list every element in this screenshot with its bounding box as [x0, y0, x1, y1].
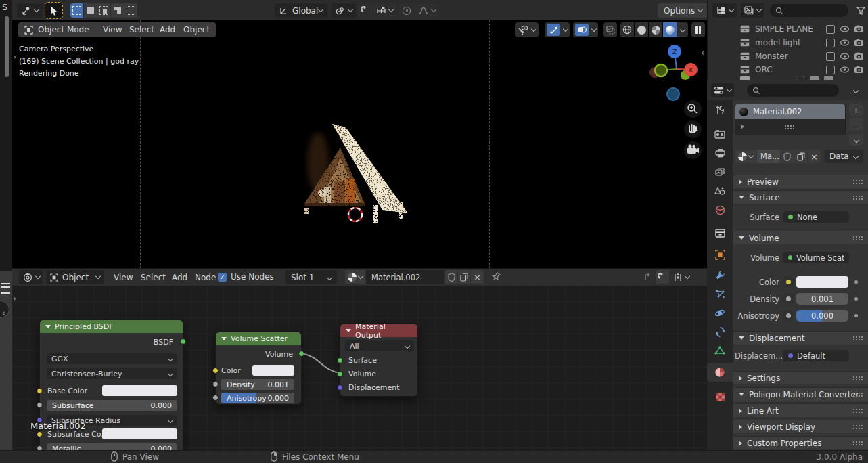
pin-button[interactable]: [491, 271, 501, 282]
pause-render-button[interactable]: [691, 22, 705, 37]
tab-view-layer[interactable]: [707, 162, 733, 181]
select-mode-intersect-button[interactable]: [124, 3, 137, 18]
panel-drag-grip[interactable]: [852, 336, 863, 340]
socket-input-density[interactable]: [212, 381, 219, 387]
panel-drag-grip[interactable]: [852, 195, 863, 200]
volume-value-dropdown[interactable]: Volume Scatte: [783, 252, 849, 263]
snap-toggle-button[interactable]: [358, 3, 373, 18]
outliner-row-monster[interactable]: Monster: [707, 49, 868, 63]
background-scrollbar[interactable]: [5, 16, 9, 77]
output-target-dropdown[interactable]: All: [345, 340, 414, 351]
editor-type-dropdown[interactable]: [17, 3, 43, 18]
use-nodes-checkbox[interactable]: ✓ Use Nodes: [218, 272, 274, 282]
socket-input-anisotropy[interactable]: [212, 395, 219, 401]
hide-eye-icon[interactable]: [840, 25, 850, 33]
exclude-checkbox[interactable]: [826, 39, 835, 47]
proportional-editing-toggle[interactable]: [399, 3, 414, 18]
outliner-display-mode-dropdown[interactable]: [741, 3, 764, 18]
vs-color-swatch[interactable]: [252, 365, 294, 376]
panel-drag-grip[interactable]: [852, 376, 863, 380]
hide-eye-icon[interactable]: [840, 39, 850, 47]
select-mode-box-button[interactable]: [70, 3, 83, 18]
tab-scene[interactable]: [707, 181, 733, 200]
outliner-row-simple-plane[interactable]: SIMPLE PLANE: [707, 22, 868, 36]
shader-type-dropdown[interactable]: Object: [46, 270, 104, 284]
render-visibility-camera-icon[interactable]: [854, 66, 864, 74]
outliner-row-orc[interactable]: ORC: [707, 63, 868, 76]
slot-expand-icon[interactable]: [741, 124, 744, 129]
vs-anisotropy-slider[interactable]: Anisotropy 0.000: [221, 393, 294, 403]
copy-material-button[interactable]: [794, 150, 807, 163]
panel-drag-grip[interactable]: [852, 424, 863, 429]
socket-input-color[interactable]: [212, 368, 219, 374]
select-mode-subtract-button[interactable]: [97, 3, 110, 18]
slot-list-resize-grip[interactable]: [784, 125, 794, 129]
node-snap-toggle[interactable]: [656, 270, 669, 284]
panel-header-displacement[interactable]: Displacement: [733, 331, 868, 345]
shading-wireframe-button[interactable]: [620, 22, 634, 37]
vs-density-slider[interactable]: Density 0.001: [221, 379, 294, 390]
snap-settings-dropdown[interactable]: [373, 3, 396, 18]
tab-constraints[interactable]: [707, 322, 733, 341]
socket-output-volume[interactable]: [298, 351, 304, 357]
tab-particles[interactable]: [707, 284, 733, 303]
tab-tool[interactable]: [707, 100, 733, 119]
fake-user-button[interactable]: [781, 150, 794, 163]
tab-output[interactable]: [707, 144, 733, 162]
overlays-toggle-dropdown[interactable]: [573, 22, 598, 37]
subsurface-color-swatch[interactable]: [102, 428, 177, 439]
shading-material-button[interactable]: [649, 22, 662, 37]
node-principled-bsdf[interactable]: Principled BSDF BSDF GGX Christensen-Bur…: [39, 319, 183, 455]
anisotropy-socket-button[interactable]: [783, 310, 794, 322]
shading-solid-button[interactable]: [635, 22, 648, 37]
node-toolbar-expand-icon[interactable]: ›: [13, 293, 16, 303]
panel-header-poliigon-converter[interactable]: Poliigon Material Converter: [733, 387, 868, 401]
node-unlink-material-button[interactable]: ×: [471, 270, 484, 284]
shader-editor-type-dropdown[interactable]: [19, 270, 43, 284]
panel-header-preview[interactable]: Preview: [733, 175, 868, 188]
properties-options-dropdown[interactable]: [848, 84, 863, 97]
anisotropy-keyframe-dot[interactable]: [854, 314, 858, 317]
anisotropy-slider[interactable]: 0.000: [796, 310, 848, 322]
node-header-material-output[interactable]: Material Output: [340, 324, 417, 337]
gizmos-toggle-dropdown[interactable]: [545, 22, 570, 37]
density-keyframe-dot[interactable]: [854, 297, 858, 301]
node-fake-user-button[interactable]: [445, 270, 457, 284]
socket-input-subsurface-color[interactable]: [37, 431, 43, 437]
node-copy-material-button[interactable]: [458, 270, 470, 284]
tab-modifiers[interactable]: [707, 265, 733, 284]
subsurface-slider[interactable]: Subsurface 0.000: [47, 400, 177, 411]
node-material-name-field[interactable]: Material.002: [366, 270, 444, 284]
properties-search-input[interactable]: [747, 84, 839, 97]
proportional-falloff-dropdown[interactable]: [415, 3, 439, 18]
panel-drag-grip[interactable]: [852, 408, 863, 413]
slot-dropdown[interactable]: Slot 1: [285, 270, 337, 284]
tab-object[interactable]: [707, 245, 733, 264]
render-visibility-camera-icon[interactable]: [854, 52, 864, 60]
material-specials-dropdown[interactable]: [849, 134, 863, 146]
socket-input-displacement[interactable]: [337, 384, 343, 391]
exclude-checkbox[interactable]: [826, 52, 835, 61]
displacement-value-dropdown[interactable]: Default: [783, 350, 849, 361]
tab-collection[interactable]: [707, 223, 733, 242]
node-collapse-icon[interactable]: [346, 329, 351, 332]
tab-physics[interactable]: [707, 303, 733, 322]
panel-drag-grip[interactable]: [852, 179, 863, 184]
options-dropdown[interactable]: Options: [658, 3, 708, 18]
pivot-point-dropdown[interactable]: [332, 3, 356, 18]
sss-method-dropdown[interactable]: Christensen-Burley: [47, 368, 177, 379]
color-socket-button[interactable]: [783, 276, 794, 288]
unlink-material-button[interactable]: ×: [808, 150, 821, 163]
hide-eye-icon[interactable]: [840, 66, 850, 74]
go-to-parent-node-button[interactable]: [641, 270, 654, 284]
material-name-field[interactable]: Ma...: [757, 150, 780, 163]
density-slider[interactable]: 0.001: [796, 293, 848, 305]
node-snap-mode-dropdown[interactable]: [670, 270, 693, 284]
surface-value-dropdown[interactable]: None: [783, 211, 849, 223]
remove-material-slot-button[interactable]: −: [849, 118, 863, 131]
panel-drag-grip[interactable]: [852, 441, 863, 445]
select-mode-extend-button[interactable]: [84, 3, 97, 18]
viewport-menu-object[interactable]: Object: [177, 22, 216, 37]
viewport-nav-gizmo[interactable]: Z X: [643, 41, 708, 162]
color-swatch[interactable]: [796, 276, 848, 288]
